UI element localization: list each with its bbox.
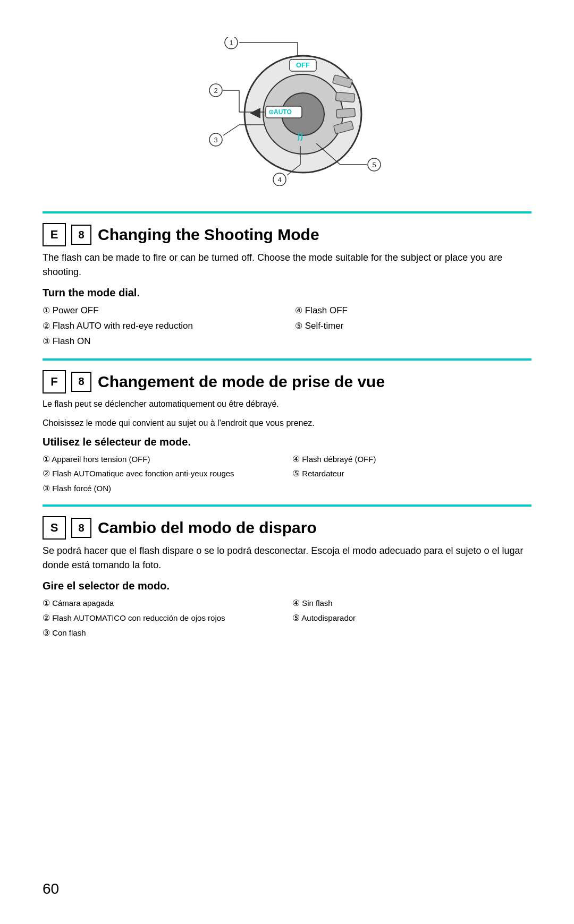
spanish-header: S 8 Cambio del modo de disparo [43, 516, 531, 540]
svg-line-23 [223, 125, 239, 135]
svg-rect-9 [335, 92, 354, 102]
divider-middle [43, 358, 531, 361]
french-subsection-title: Utilisez le sélecteur de mode. [43, 436, 531, 448]
divider-bottom [43, 504, 531, 507]
svg-text:4: 4 [277, 176, 281, 184]
svg-text:5: 5 [372, 161, 376, 169]
svg-rect-10 [336, 108, 355, 118]
english-item-empty [295, 334, 531, 348]
french-item-empty [292, 482, 531, 495]
french-items-grid: ① Appareil hors tension (OFF) ④ Flash dé… [43, 452, 531, 495]
num-badge-f: 8 [71, 372, 91, 392]
svg-text:2: 2 [214, 87, 217, 95]
page-number: 60 [43, 880, 59, 897]
english-body: The flash can be made to fire or can be … [43, 251, 531, 279]
french-item-4: ④ Flash débrayé (OFF) [292, 452, 531, 466]
english-items-grid: ① Power OFF ④ Flash OFF ② Flash AUTO wit… [43, 303, 531, 349]
svg-text:3: 3 [214, 136, 217, 144]
french-header: F 8 Changement de mode de prise de vue [43, 370, 531, 393]
svg-text:ʃ): ʃ) [297, 132, 303, 141]
english-item-1: ① Power OFF [43, 303, 279, 318]
english-header: E 8 Changing the Shooting Mode [43, 223, 531, 246]
french-body2: Choisissez le mode qui convient au sujet… [43, 417, 531, 430]
svg-text:1: 1 [229, 39, 233, 47]
spanish-item-4: ④ Sin flash [292, 596, 531, 610]
spanish-item-empty [292, 626, 531, 640]
spanish-item-3: ③ Con flash [43, 626, 282, 640]
dial-diagram: OFF ⊙AUTO ʃ) 1 [175, 37, 399, 186]
divider-top [43, 211, 531, 213]
french-body1: Le flash peut se déclencher automatiquem… [43, 398, 531, 410]
french-item-2: ② Flash AUTOmatique avec fonction anti-y… [43, 467, 282, 481]
english-item-2: ② Flash AUTO with red-eye reduction [43, 319, 279, 333]
spanish-title: Cambio del modo de disparo [98, 519, 317, 537]
section-french: F 8 Changement de mode de prise de vue L… [43, 370, 531, 495]
english-subsection-title: Turn the mode dial. [43, 287, 531, 299]
english-item-4: ④ Flash OFF [295, 303, 531, 318]
spanish-item-5: ⑤ Autodisparador [292, 611, 531, 625]
english-title: Changing the Shooting Mode [98, 226, 319, 244]
french-item-3: ③ Flash forcé (ON) [43, 482, 282, 495]
lang-badge-s: S [43, 516, 66, 540]
spanish-body: Se podrá hacer que el flash dispare o se… [43, 544, 531, 572]
lang-badge-f: F [43, 370, 66, 393]
spanish-subsection-title: Gire el selector de modo. [43, 580, 531, 592]
french-title: Changement de mode de prise de vue [98, 373, 385, 391]
english-item-3: ③ Flash ON [43, 334, 279, 348]
spanish-item-2: ② Flash AUTOMATICO con reducción de ojos… [43, 611, 282, 625]
svg-text:OFF: OFF [296, 61, 310, 69]
french-item-1: ① Appareil hors tension (OFF) [43, 452, 282, 466]
spanish-item-1: ① Cámara apagada [43, 596, 282, 610]
num-badge-s: 8 [71, 518, 91, 538]
diagram-area: OFF ⊙AUTO ʃ) 1 [43, 21, 531, 196]
english-item-5: ⑤ Self-timer [295, 319, 531, 333]
section-spanish: S 8 Cambio del modo de disparo Se podrá … [43, 516, 531, 639]
spanish-items-grid: ① Cámara apagada ④ Sin flash ② Flash AUT… [43, 596, 531, 639]
lang-badge-e: E [43, 223, 66, 246]
french-item-5: ⑤ Retardateur [292, 467, 531, 481]
section-english: E 8 Changing the Shooting Mode The flash… [43, 223, 531, 349]
num-badge-e: 8 [71, 225, 91, 245]
svg-text:⊙AUTO: ⊙AUTO [268, 108, 292, 116]
